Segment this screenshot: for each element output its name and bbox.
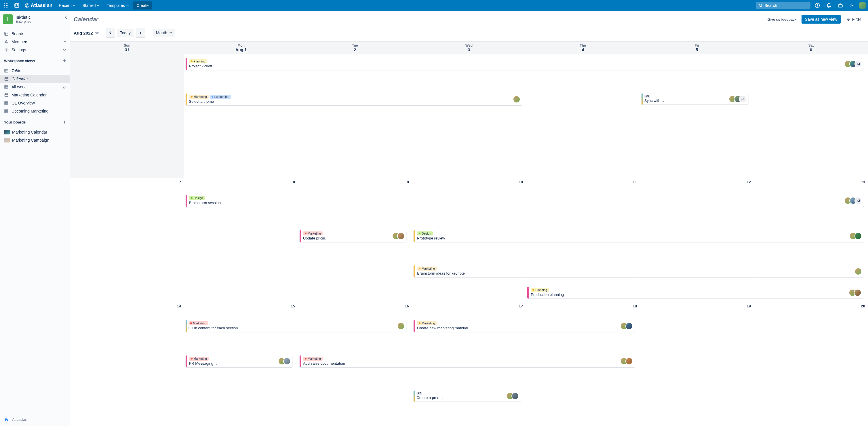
view-picker[interactable]: Month xyxy=(153,29,175,37)
sidebar-item-members[interactable]: Members+ xyxy=(0,38,70,46)
sidebar-view-table[interactable]: Table xyxy=(0,67,70,75)
atlassian-logo[interactable]: @Atlassian xyxy=(23,3,55,8)
svg-rect-9 xyxy=(15,3,19,7)
svg-rect-23 xyxy=(5,69,8,72)
card-brainstorm-session[interactable]: Design Brainstorm session +2 xyxy=(186,195,864,207)
sidebar-board-marketing-calendar[interactable]: Marketing Calendar xyxy=(0,128,70,136)
workspace-header[interactable]: I Inktistic Enterprise xyxy=(0,11,70,28)
sidebar-board-marketing-campaign[interactable]: Marketing Campaign xyxy=(0,136,70,144)
sidebar-view-all-work[interactable]: All work xyxy=(0,83,70,91)
sidebar-item-settings[interactable]: Settings xyxy=(0,46,70,54)
card-sync[interactable]: +3 Sync with… +1 xyxy=(642,94,748,104)
briefcase-icon[interactable] xyxy=(836,1,845,10)
card-brainstorm-keynote[interactable]: Marketing Brainstorm ideas for keynote xyxy=(413,265,863,277)
trello-icon[interactable] xyxy=(12,1,21,10)
workspace-plan: Enterprise xyxy=(16,20,31,24)
sidebar-view-calendar[interactable]: Calendar xyxy=(0,75,70,83)
prev-button[interactable] xyxy=(105,28,115,37)
workspace-logo: I xyxy=(3,14,13,24)
feedback-link[interactable]: Give us feedback! xyxy=(768,17,798,22)
calendar-cell[interactable] xyxy=(754,54,868,178)
svg-rect-6 xyxy=(4,7,5,7)
calendar-cell[interactable] xyxy=(640,54,754,178)
chevron-down-icon xyxy=(169,31,173,34)
calendar-cell[interactable]: 19 xyxy=(640,302,754,426)
notifications-icon[interactable] xyxy=(824,1,834,10)
card-sales-doc[interactable]: Marketing Add sales documentation xyxy=(300,356,634,367)
svg-rect-15 xyxy=(817,5,818,7)
calendar-cell[interactable] xyxy=(70,54,184,178)
card-fill-content[interactable]: Marketing Fill in content for each secti… xyxy=(186,320,407,332)
section-workspace-views: Workspace views+ xyxy=(0,56,70,65)
svg-rect-4 xyxy=(6,5,7,6)
svg-rect-5 xyxy=(7,5,8,6)
svg-rect-26 xyxy=(63,87,65,88)
apps-icon[interactable] xyxy=(2,1,11,10)
svg-rect-2 xyxy=(7,3,8,4)
content: Calendar Give us feedback! Save as new v… xyxy=(70,11,868,426)
sidebar-view-marketing-calendar[interactable]: Marketing Calendar xyxy=(0,91,70,99)
add-view-icon[interactable]: + xyxy=(63,58,66,64)
calendar-grid: 7 8 9 10 11 12 13 14 15 16 17 18 19 20 xyxy=(70,54,868,426)
boards-icon xyxy=(4,32,9,36)
board-swatch xyxy=(4,130,10,134)
svg-rect-27 xyxy=(5,94,8,97)
svg-rect-0 xyxy=(4,3,5,4)
menu-templates[interactable]: Templates xyxy=(103,1,132,9)
sidebar-footer[interactable]: Atlassian xyxy=(0,413,70,426)
search-placeholder: Search xyxy=(765,3,777,8)
month-picker[interactable]: Aug 2022 xyxy=(74,31,99,35)
settings-icon[interactable] xyxy=(847,1,857,10)
calendar-cell[interactable] xyxy=(526,54,640,178)
sidebar-view-upcoming-marketing[interactable]: Upcoming Marketing xyxy=(0,107,70,115)
calendar-cell[interactable]: 14 xyxy=(70,302,184,426)
gear-icon xyxy=(4,48,9,52)
next-button[interactable] xyxy=(136,28,145,37)
table-icon xyxy=(4,85,9,89)
card-production-planning[interactable]: Planning Production planning xyxy=(527,287,863,299)
filter-button[interactable]: Filter xyxy=(843,15,865,24)
card-select-theme[interactable]: Marketing Leadership Select a theme xyxy=(186,94,522,105)
calendar-cell[interactable] xyxy=(298,54,412,178)
card-new-marketing[interactable]: Marketing Create new marketing material xyxy=(413,320,634,332)
calendar-cell[interactable]: 7 xyxy=(70,178,184,302)
calendar-cell[interactable]: 20 xyxy=(754,302,868,426)
info-icon[interactable] xyxy=(813,1,822,10)
sidebar-item-boards[interactable]: Boards xyxy=(0,30,70,38)
chevron-down-icon xyxy=(95,31,99,34)
create-button[interactable]: Create xyxy=(133,1,152,9)
save-view-button[interactable]: Save as new view xyxy=(802,15,841,24)
svg-point-17 xyxy=(851,5,853,6)
svg-rect-20 xyxy=(7,33,7,34)
svg-rect-7 xyxy=(6,7,7,7)
add-board-icon[interactable]: + xyxy=(63,119,66,125)
card-update-pricing[interactable]: Marketing Update pricin… xyxy=(300,230,406,242)
user-avatar[interactable] xyxy=(859,2,866,9)
sidebar: I Inktistic Enterprise Boards Members+ S… xyxy=(0,11,70,426)
svg-point-21 xyxy=(6,40,7,42)
filter-icon xyxy=(846,17,850,21)
search-input[interactable]: Search xyxy=(756,2,810,9)
menu-starred[interactable]: Starred xyxy=(80,1,103,9)
chevron-down-icon xyxy=(63,48,66,51)
calendar-header: Sun31 MonAug 1 Tue2 Wed3 Thu4 Fri5 Sat6 xyxy=(70,41,868,54)
today-button[interactable]: Today xyxy=(117,29,133,37)
svg-point-14 xyxy=(817,4,818,5)
card-pr-messaging[interactable]: Marketing PR Messaging… xyxy=(186,356,292,367)
add-member-icon[interactable]: + xyxy=(64,40,66,44)
calendar: Sun31 MonAug 1 Tue2 Wed3 Thu4 Fri5 Sat6 … xyxy=(70,41,868,426)
svg-point-22 xyxy=(6,49,7,50)
table-icon xyxy=(4,109,9,113)
svg-rect-3 xyxy=(4,5,5,6)
svg-rect-19 xyxy=(5,33,6,34)
svg-rect-16 xyxy=(838,5,842,7)
collapse-sidebar-icon[interactable] xyxy=(64,16,68,19)
sidebar-view-q1-overview[interactable]: Q1 Overview xyxy=(0,99,70,107)
lock-icon xyxy=(63,86,66,89)
menu-recent[interactable]: Recent xyxy=(56,1,78,9)
calendar-cell[interactable] xyxy=(184,54,298,178)
card-create-pres[interactable]: +2 Create a pres… xyxy=(413,391,520,401)
card-project-kickoff[interactable]: Planning Project kickoff +3 xyxy=(186,58,864,70)
card-prototype-review[interactable]: Design Prototype review xyxy=(413,230,863,242)
calendar-cell[interactable] xyxy=(412,54,526,178)
